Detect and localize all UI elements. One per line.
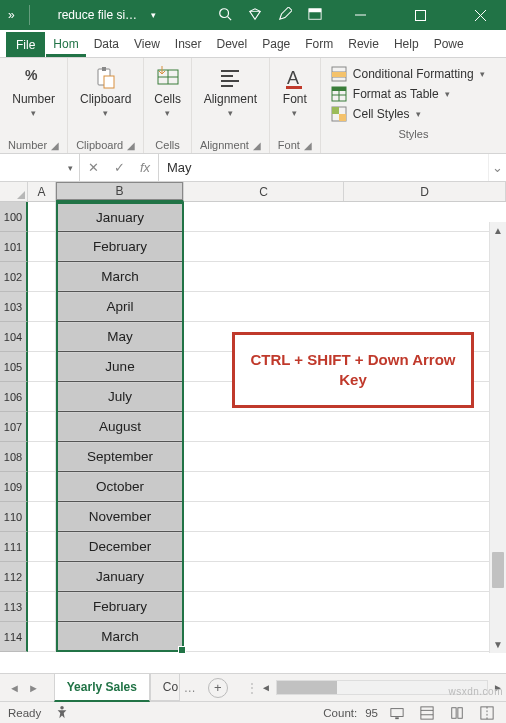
cell[interactable] (28, 202, 56, 232)
tab-page[interactable]: Page (255, 31, 297, 57)
row-header[interactable]: 114 (0, 622, 28, 652)
cell[interactable]: June (56, 352, 184, 382)
row-header[interactable]: 102 (0, 262, 28, 292)
cell[interactable]: April (56, 292, 184, 322)
title-dropdown-icon[interactable]: ▾ (151, 10, 156, 20)
vertical-scrollbar[interactable]: ▲ ▼ (489, 222, 506, 653)
column-header-c[interactable]: C (184, 182, 344, 201)
row-header[interactable]: 108 (0, 442, 28, 472)
cell[interactable] (28, 412, 56, 442)
tab-formulas[interactable]: Form (298, 31, 340, 57)
display-settings-icon[interactable] (386, 705, 408, 721)
cell[interactable] (28, 232, 56, 262)
tab-developer[interactable]: Devel (210, 31, 255, 57)
tab-review[interactable]: Revie (341, 31, 386, 57)
select-all-button[interactable] (0, 182, 28, 201)
cell[interactable] (184, 472, 506, 502)
cell[interactable] (28, 442, 56, 472)
tab-insert[interactable]: Inser (168, 31, 209, 57)
tab-view[interactable]: View (127, 31, 167, 57)
row-header[interactable]: 103 (0, 292, 28, 322)
column-header-b[interactable]: B (56, 182, 184, 202)
nav-next-icon[interactable]: ► (25, 680, 42, 696)
cell[interactable]: July (56, 382, 184, 412)
tab-data[interactable]: Data (87, 31, 126, 57)
cell[interactable]: October (56, 472, 184, 502)
qat-more[interactable]: » (8, 8, 15, 22)
number-format-button[interactable]: % Number▾ (8, 62, 59, 122)
cell[interactable]: December (56, 532, 184, 562)
pencil-icon[interactable] (278, 7, 292, 24)
row-header[interactable]: 106 (0, 382, 28, 412)
new-sheet-button[interactable]: + (208, 678, 228, 698)
diamond-icon[interactable] (248, 7, 262, 24)
cell[interactable] (184, 592, 506, 622)
dialog-launcher-icon[interactable]: ◢ (253, 140, 261, 151)
row-header[interactable]: 113 (0, 592, 28, 622)
row-header[interactable]: 110 (0, 502, 28, 532)
cell[interactable] (184, 622, 506, 652)
scroll-left-icon[interactable]: ◄ (258, 680, 274, 696)
cell[interactable] (184, 502, 506, 532)
row-header[interactable]: 104 (0, 322, 28, 352)
ribbon-display-icon[interactable] (308, 7, 322, 24)
accessibility-icon[interactable] (55, 705, 69, 721)
sheet-tabs-more[interactable]: … (180, 675, 200, 701)
cell[interactable] (28, 352, 56, 382)
expand-formula-bar[interactable]: ⌄ (488, 154, 506, 181)
close-button[interactable] (458, 0, 502, 30)
formula-input[interactable]: May (159, 154, 488, 181)
cell[interactable]: May (56, 322, 184, 352)
sheet-tab-active[interactable]: Yearly Sales (54, 673, 150, 702)
row-header[interactable]: 100 (0, 202, 28, 232)
normal-view-icon[interactable] (416, 705, 438, 721)
cell[interactable] (28, 622, 56, 652)
cell[interactable] (28, 322, 56, 352)
cell[interactable] (28, 262, 56, 292)
cell[interactable]: March (56, 622, 184, 652)
cell[interactable] (184, 412, 506, 442)
cell[interactable] (28, 532, 56, 562)
column-header-a[interactable]: A (28, 182, 56, 201)
cell-styles-button[interactable]: Cell Styles ▾ (331, 104, 496, 124)
tab-help[interactable]: Help (387, 31, 426, 57)
row-header[interactable]: 107 (0, 412, 28, 442)
cell[interactable] (28, 472, 56, 502)
cell[interactable]: August (56, 412, 184, 442)
row-header[interactable]: 111 (0, 532, 28, 562)
tab-power[interactable]: Powe (427, 31, 471, 57)
cell[interactable]: February (56, 592, 184, 622)
row-header[interactable]: 109 (0, 472, 28, 502)
cell[interactable] (184, 292, 506, 322)
name-box[interactable]: ▾ (0, 154, 80, 181)
scroll-thumb[interactable] (492, 552, 504, 588)
sheet-tab[interactable]: Co (150, 673, 180, 701)
enter-formula-button[interactable]: ✓ (106, 160, 132, 175)
dialog-launcher-icon[interactable]: ◢ (127, 140, 135, 151)
nav-prev-icon[interactable]: ◄ (6, 680, 23, 696)
page-layout-view-icon[interactable] (446, 705, 468, 721)
maximize-button[interactable] (398, 0, 442, 30)
cells-button[interactable]: Cells▾ (152, 62, 183, 122)
cell[interactable]: February (56, 232, 184, 262)
cell[interactable]: November (56, 502, 184, 532)
cell[interactable]: January (56, 202, 184, 232)
cell[interactable] (28, 502, 56, 532)
fx-button[interactable]: fx (132, 160, 158, 175)
search-icon[interactable] (218, 7, 232, 24)
paste-button[interactable]: Clipboard▾ (76, 62, 135, 122)
hscroll-thumb[interactable] (277, 681, 337, 694)
cell[interactable] (184, 562, 506, 592)
cancel-formula-button[interactable]: ✕ (80, 160, 106, 175)
tab-home[interactable]: Hom (46, 31, 85, 57)
font-button[interactable]: A Font▾ (278, 62, 312, 122)
scroll-up-icon[interactable]: ▲ (490, 222, 506, 239)
minimize-button[interactable] (338, 0, 382, 30)
dialog-launcher-icon[interactable]: ◢ (51, 140, 59, 151)
page-break-view-icon[interactable] (476, 705, 498, 721)
column-header-d[interactable]: D (344, 182, 506, 201)
scroll-down-icon[interactable]: ▼ (490, 636, 506, 653)
format-as-table-button[interactable]: Format as Table ▾ (331, 84, 496, 104)
cell[interactable] (28, 592, 56, 622)
tab-file[interactable]: File (6, 32, 45, 57)
